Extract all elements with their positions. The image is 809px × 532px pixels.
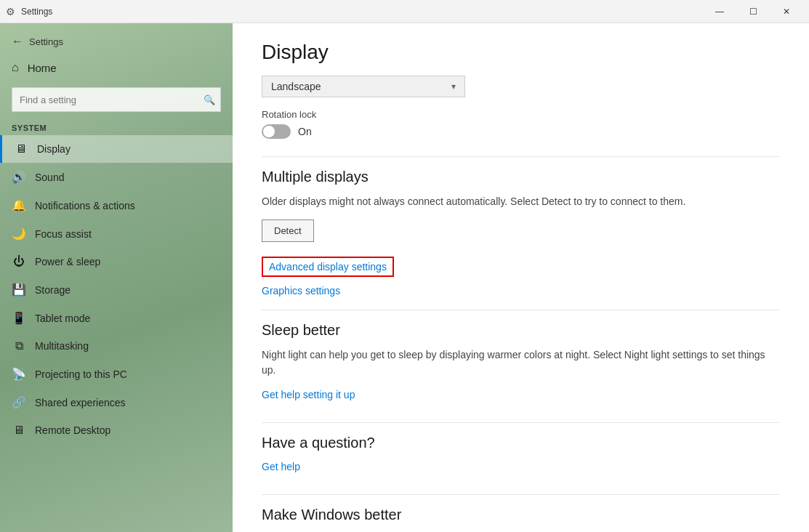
main-content: Display Landscape ▾ Rotation lock On Mul… — [233, 23, 809, 532]
sidebar-item-power-label: Power & sleep — [35, 256, 100, 267]
divider-3 — [262, 422, 780, 423]
graphics-settings-link[interactable]: Graphics settings — [262, 285, 340, 297]
storage-icon: 💾 — [12, 283, 26, 297]
make-windows-better-title: Make Windows better — [262, 507, 780, 523]
settings-icon: ⚙ — [6, 6, 15, 17]
remote-icon: 🖥 — [12, 424, 26, 437]
app-title: Settings — [29, 36, 63, 47]
sidebar-item-home[interactable]: ⌂ Home — [0, 54, 233, 81]
sidebar: ← Settings ⌂ Home 🔍 System 🖥 Display 🔊 S… — [0, 23, 233, 532]
search-box: 🔍 — [12, 87, 221, 112]
maximize-button[interactable]: ☐ — [736, 0, 770, 23]
titlebar: ⚙ Settings — ☐ ✕ — [0, 0, 809, 23]
sidebar-item-storage[interactable]: 💾 Storage — [0, 275, 233, 304]
sidebar-item-tablet-label: Tablet mode — [35, 313, 90, 324]
toggle-on-label: On — [298, 126, 312, 137]
app-container: ← Settings ⌂ Home 🔍 System 🖥 Display 🔊 S… — [0, 23, 809, 532]
window-controls: — ☐ ✕ — [703, 0, 803, 23]
sidebar-item-display-label: Display — [37, 143, 71, 155]
sidebar-item-display[interactable]: 🖥 Display — [0, 135, 233, 163]
sidebar-item-focus[interactable]: 🌙 Focus assist — [0, 219, 233, 248]
detect-button[interactable]: Detect — [262, 219, 314, 242]
multiple-displays-title: Multiple displays — [262, 169, 780, 185]
sleep-better-title: Sleep better — [262, 322, 780, 339]
divider-1 — [262, 156, 780, 157]
sidebar-item-sound[interactable]: 🔊 Sound — [0, 163, 233, 191]
advanced-display-settings-link[interactable]: Advanced display settings — [262, 257, 394, 277]
rotation-lock-row: Rotation lock On — [262, 109, 780, 139]
display-icon: 🖥 — [14, 142, 28, 156]
minimize-button[interactable]: — — [703, 0, 736, 23]
multitasking-icon: ⧉ — [12, 339, 26, 352]
sidebar-item-storage-label: Storage — [35, 284, 71, 296]
home-icon: ⌂ — [12, 61, 19, 74]
sidebar-item-remote-label: Remote Desktop — [35, 424, 110, 436]
divider-2 — [262, 310, 780, 310]
sidebar-item-shared-label: Shared experiences — [35, 397, 126, 408]
notifications-icon: 🔔 — [12, 198, 26, 212]
sidebar-item-sound-label: Sound — [35, 172, 64, 183]
dropdown-arrow-icon: ▾ — [451, 81, 456, 92]
multiple-displays-desc: Older displays might not always connect … — [262, 194, 780, 209]
have-question-title: Have a question? — [262, 435, 780, 451]
sound-icon: 🔊 — [12, 170, 26, 184]
sidebar-item-projecting-label: Projecting to this PC — [35, 368, 127, 380]
home-label: Home — [28, 62, 57, 74]
rotation-lock-label: Rotation lock — [262, 109, 780, 120]
sidebar-item-tablet[interactable]: 📱 Tablet mode — [0, 304, 233, 332]
sidebar-item-projecting[interactable]: 📡 Projecting to this PC — [0, 360, 233, 388]
sleep-section: Sleep better Night light can help you ge… — [262, 322, 780, 408]
titlebar-title: Settings — [21, 7, 703, 17]
sidebar-item-notifications[interactable]: 🔔 Notifications & actions — [0, 191, 233, 219]
focus-icon: 🌙 — [12, 227, 26, 241]
projecting-icon: 📡 — [12, 367, 26, 381]
toggle-switch-row: On — [262, 124, 780, 139]
get-help-setting-link[interactable]: Get help setting it up — [262, 389, 355, 400]
sidebar-item-multitasking[interactable]: ⧉ Multitasking — [0, 332, 233, 360]
shared-icon: 🔗 — [12, 395, 26, 409]
page-title: Display — [262, 41, 780, 64]
sidebar-section-title: System — [0, 115, 233, 135]
orientation-value: Landscape — [271, 81, 321, 92]
sidebar-item-shared[interactable]: 🔗 Shared experiences — [0, 388, 233, 416]
back-arrow-icon: ← — [12, 35, 23, 48]
search-input[interactable] — [12, 87, 221, 112]
qa-section: Have a question? Get help — [262, 435, 780, 480]
rotation-lock-toggle[interactable] — [262, 124, 291, 139]
search-icon: 🔍 — [204, 94, 215, 105]
sidebar-item-power[interactable]: ⏻ Power & sleep — [0, 248, 233, 275]
get-help-link[interactable]: Get help — [262, 461, 300, 472]
power-icon: ⏻ — [12, 255, 26, 268]
sidebar-item-focus-label: Focus assist — [35, 228, 92, 240]
sidebar-item-remote[interactable]: 🖥 Remote Desktop — [0, 416, 233, 444]
sidebar-item-notifications-label: Notifications & actions — [35, 200, 135, 211]
orientation-dropdown-row: Landscape ▾ — [262, 76, 780, 97]
toggle-knob — [263, 126, 275, 137]
orientation-dropdown[interactable]: Landscape ▾ — [262, 76, 465, 97]
close-button[interactable]: ✕ — [770, 0, 803, 23]
sleep-better-desc: Night light can help you get to sleep by… — [262, 347, 780, 378]
divider-4 — [262, 494, 780, 495]
tablet-icon: 📱 — [12, 311, 26, 325]
back-navigation[interactable]: ← Settings — [0, 23, 233, 54]
sidebar-item-multitasking-label: Multitasking — [35, 340, 89, 352]
